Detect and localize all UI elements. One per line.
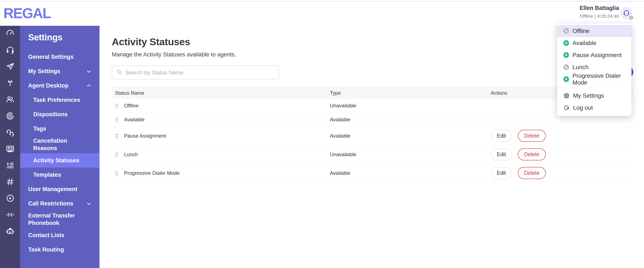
waveform-icon[interactable] [6,210,14,219]
delete-button[interactable]: Delete [518,148,546,160]
playlist-icon[interactable] [6,161,14,170]
sidebar-item-label: Task Preferences [33,96,80,104]
user-info: Ellen Battaglia Offline | 4:05:24:40 [580,5,619,19]
status-name: Available [124,117,144,123]
sidebar-item[interactable]: User Management [20,182,100,196]
sidebar-item[interactable]: Agent Desktop [20,78,100,93]
user-status-menu: Offline Available Pause Assignment Lunch [557,23,632,116]
sidebar-item[interactable]: Templates [20,168,100,182]
table-row: Available Available Edit Delete [112,113,632,127]
available-status-icon [563,52,569,58]
sidebar-item-label: Dispositions [33,111,68,118]
unavailable-status-icon [563,28,569,34]
status-menu-item[interactable]: Available [557,37,632,49]
sidebar-item[interactable]: Activity Statuses [20,153,100,168]
table-row: Lunch Unavailable Edit Delete [112,145,632,164]
search-input[interactable] [125,69,275,76]
column-header-type: Type [327,90,487,96]
status-type: Unavailable [327,151,488,157]
sidebar-menu: General Settings My Settings Agent Deskt… [20,50,100,257]
sidebar-item[interactable]: Dispositions [20,107,100,122]
sidebar-item[interactable]: Tags [20,122,100,136]
robot-icon[interactable] [6,227,14,236]
sidebar-item[interactable]: Call Restrictions [20,196,100,211]
status-menu-item[interactable]: Pause Assignment [557,49,632,61]
my-settings-menu-item[interactable]: My Settings [557,90,632,102]
sidebar-item[interactable]: Cancellation Reasons [20,136,100,153]
sidebar-item-label: External Transfer Phonebook [28,212,86,227]
sidebar-item[interactable]: Task Routing [20,243,100,257]
drag-handle-icon[interactable] [115,171,118,175]
status-search [112,66,279,79]
delete-button[interactable]: Delete [518,130,546,142]
status-menu-label: Offline [572,28,590,34]
sidebar-title: Settings [20,26,100,42]
sidebar-item[interactable]: General Settings [20,50,100,64]
table-row: Offline Unavailable Edit Delete [112,99,632,113]
settings-sidebar: Settings General Settings My Settings Ag… [20,26,100,268]
table-header: Status Name Type Actions [112,87,632,99]
drag-handle-icon[interactable] [115,133,118,138]
drag-handle-icon[interactable] [115,152,118,157]
status-name: Progressive Dialer Mode [124,170,180,176]
drag-handle-icon[interactable] [115,117,118,122]
contact-card-icon[interactable] [6,144,14,153]
status-menu-item[interactable]: Progressive Dialer Mode [557,73,632,85]
status-menu-item[interactable]: Offline [557,25,632,37]
column-header-status-name: Status Name [112,90,326,96]
paper-plane-icon[interactable] [6,62,14,71]
sidebar-item[interactable]: Task Preferences [20,93,100,107]
table-row: Progressive Dialer Mode Available Edit D… [112,164,632,182]
sidebar-item[interactable]: External Transfer Phonebook [20,211,100,228]
status-name: Pause Assignment [124,133,166,139]
chevron-icon [87,201,90,205]
status-menu-label: Pause Assignment [572,52,622,59]
menu-divider [557,87,632,88]
topbar: REGAL Ellen Battaglia Offline | 4:05:24:… [0,1,644,26]
sidebar-item-label: My Settings [28,68,60,75]
status-type: Available [327,117,488,123]
sidebar-item[interactable]: Contact Lists [20,228,100,243]
edit-button[interactable]: Edit [491,130,512,142]
user-name: Ellen Battaglia [580,5,619,11]
sidebar-item-label: Call Restrictions [28,200,73,207]
sidebar-item-label: Cancellation Reasons [33,137,86,152]
delete-button[interactable]: Delete [518,167,546,179]
sidebar-item-label: Agent Desktop [28,82,68,89]
headset-icon[interactable] [6,45,14,54]
user-avatar-button[interactable] [620,7,632,19]
chevron-icon [87,84,90,88]
sidebar-item-label: Tags [33,125,46,133]
status-menu-label: Lunch [572,64,588,71]
edit-button[interactable]: Edit [491,167,512,179]
log-out-menu-item[interactable]: Log out [557,102,632,114]
status-menu-item[interactable]: Lunch [557,61,632,73]
chevron-icon [87,69,90,73]
status-menu-label: Available [572,40,596,46]
target-at-icon[interactable]: @ [6,111,14,120]
available-status-icon [563,40,569,46]
users-icon[interactable] [6,95,14,104]
sidebar-item[interactable]: My Settings [20,64,100,78]
my-settings-label: My Settings [573,92,604,99]
edit-button[interactable]: Edit [491,148,512,160]
dual-headset-icon[interactable] [6,128,14,137]
branch-split-icon[interactable] [6,78,14,87]
drag-handle-icon[interactable] [115,103,118,108]
table-row: Pause Assignment Available Edit Delete [112,127,632,145]
regal-logo: REGAL [4,5,50,21]
status-name: Offline [124,103,139,109]
play-circle-icon[interactable] [6,194,14,203]
offline-badge-icon [628,15,634,20]
status-menu-label: Progressive Dialer Mode [572,73,632,86]
hash-icon[interactable] [6,177,14,186]
sidebar-item-label: Task Routing [28,246,64,254]
gauge-icon[interactable] [6,29,14,38]
sidebar-item-label: Contact Lists [28,232,64,239]
status-type: Unavailable [327,103,488,109]
sidebar-item-label: Activity Statuses [33,157,80,164]
app-icon-rail: @ [0,26,20,268]
search-icon [116,69,122,76]
logout-icon [563,105,570,111]
sidebar-item-label: Templates [33,171,61,179]
